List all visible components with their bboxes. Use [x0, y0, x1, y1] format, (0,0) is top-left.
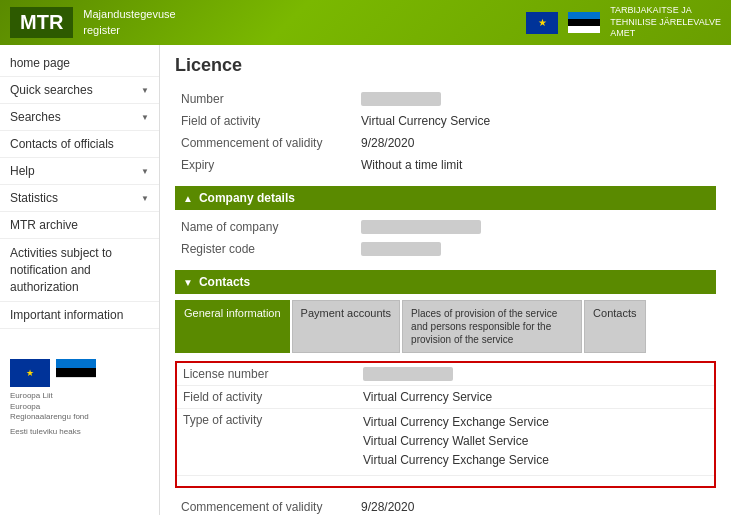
- sidebar-item-mtr-archive[interactable]: MTR archive: [0, 212, 159, 239]
- main-content: Licence Number Field of activity Virtual…: [160, 45, 731, 515]
- field-label: Number: [175, 88, 355, 110]
- table-row: Number: [175, 88, 716, 110]
- sidebar-item-statistics[interactable]: Statistics: [0, 185, 159, 212]
- table-row: License number: [177, 363, 714, 386]
- contacts-section-header[interactable]: ▼ Contacts: [175, 270, 716, 294]
- field-value: 9/28/2020: [355, 496, 716, 515]
- general-info-box: License number Field of activity Virtual…: [175, 361, 716, 488]
- tab-payment-accounts[interactable]: Payment accounts: [292, 300, 401, 353]
- estonian-logo-small: [56, 359, 96, 387]
- field-value: Virtual Currency Exchange Service Virtua…: [357, 409, 714, 476]
- tab-contacts[interactable]: Contacts: [584, 300, 645, 353]
- header-right: ★ Tarbijakaitse ja Tehnilise Järelevalve…: [526, 5, 721, 40]
- below-info-table: Commencement of validity 9/28/2020 Expir…: [175, 496, 716, 515]
- company-details-label: Company details: [199, 191, 295, 205]
- field-value: [355, 88, 716, 110]
- estonian-flag-icon: [568, 12, 600, 34]
- blurred-value: [361, 242, 441, 256]
- table-row: Type of activity Virtual Currency Exchan…: [177, 409, 714, 476]
- company-info-table: Name of company Register code: [175, 216, 716, 260]
- table-row: Expiry Without a time limit: [175, 154, 716, 176]
- blurred-value: [361, 220, 481, 234]
- table-row: Commencement of validity 9/28/2020: [175, 132, 716, 154]
- company-details-header[interactable]: ▲ Company details: [175, 186, 716, 210]
- field-label: Commencement of validity: [175, 496, 355, 515]
- field-value: Virtual Currency Service: [355, 110, 716, 132]
- sidebar-item-searches[interactable]: Searches: [0, 104, 159, 131]
- tabs-row: General information Payment accounts Pla…: [175, 300, 716, 353]
- field-label: Type of activity: [177, 409, 357, 476]
- table-row: Field of activity Virtual Currency Servi…: [177, 386, 714, 409]
- field-label: Expiry: [175, 154, 355, 176]
- licence-info-table: Number Field of activity Virtual Currenc…: [175, 88, 716, 176]
- table-row: Commencement of validity 9/28/2020: [175, 496, 716, 515]
- mtr-logo: MTR: [10, 7, 73, 38]
- field-label: Commencement of validity: [175, 132, 355, 154]
- field-label: Register code: [175, 238, 355, 260]
- field-value: [357, 363, 714, 386]
- table-row: Register code: [175, 238, 716, 260]
- field-value: Without a time limit: [355, 154, 716, 176]
- sidebar-item-important[interactable]: Important information: [0, 302, 159, 329]
- general-info-table: License number Field of activity Virtual…: [177, 363, 714, 476]
- field-label: Name of company: [175, 216, 355, 238]
- sidebar-footer-logos: ★: [10, 359, 149, 387]
- sidebar-footer: ★ Euroopa Liit Euroopa Regionaalarengu f…: [0, 349, 159, 447]
- table-row: Field of activity Virtual Currency Servi…: [175, 110, 716, 132]
- sidebar-item-help[interactable]: Help: [0, 158, 159, 185]
- eu-logo-small: ★: [10, 359, 50, 387]
- chevron-up-icon: ▲: [183, 193, 193, 204]
- blurred-value: [361, 92, 441, 106]
- header-subtitle: Majandustegevuse register: [83, 7, 175, 38]
- blurred-value: [363, 367, 453, 381]
- org-name: Tarbijakaitse ja Tehnilise Järelevalve A…: [610, 5, 721, 40]
- eu-flag-icon: ★: [526, 12, 558, 34]
- sidebar-item-activities[interactable]: Activities subject to notification and a…: [0, 239, 159, 302]
- field-label: Field of activity: [177, 386, 357, 409]
- chevron-down-icon: ▼: [183, 277, 193, 288]
- sidebar-item-quick-searches[interactable]: Quick searches: [0, 77, 159, 104]
- sidebar: home page Quick searches Searches Contac…: [0, 45, 160, 515]
- sidebar-item-home[interactable]: home page: [0, 50, 159, 77]
- contacts-label: Contacts: [199, 275, 250, 289]
- field-value: [355, 216, 716, 238]
- field-value: 9/28/2020: [355, 132, 716, 154]
- field-value: Virtual Currency Service: [357, 386, 714, 409]
- tab-places-of-provision[interactable]: Places of provision of the service and p…: [402, 300, 582, 353]
- tab-general-information[interactable]: General information: [175, 300, 290, 353]
- footer-text: Euroopa Liit Euroopa Regionaalarengu fon…: [10, 391, 149, 437]
- sidebar-item-contacts-officials[interactable]: Contacts of officials: [0, 131, 159, 158]
- table-row: Name of company: [175, 216, 716, 238]
- main-layout: home page Quick searches Searches Contac…: [0, 45, 731, 515]
- page-title: Licence: [175, 55, 716, 76]
- app-header: MTR Majandustegevuse register ★ Tarbijak…: [0, 0, 731, 45]
- field-label: Field of activity: [175, 110, 355, 132]
- field-value: [355, 238, 716, 260]
- field-label: License number: [177, 363, 357, 386]
